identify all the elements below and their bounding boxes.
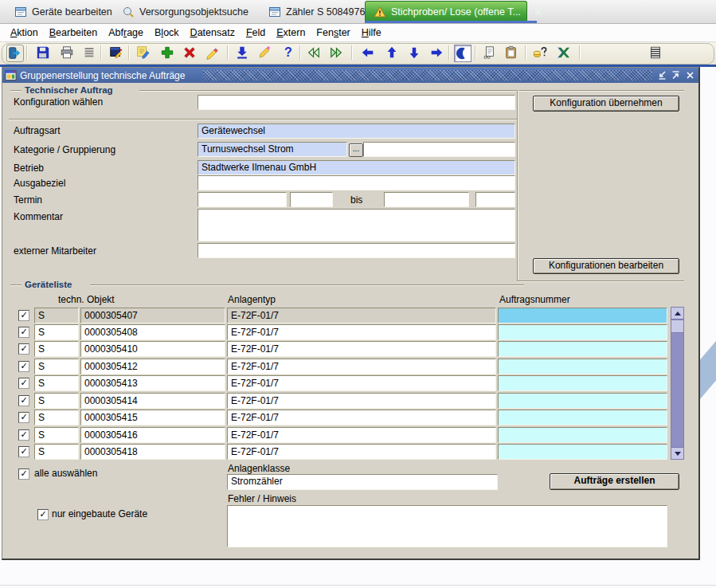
cell-objektnummer[interactable]: 0000305410 xyxy=(80,341,225,357)
input-betrieb[interactable]: Stadtwerke Ilmenau GmbH xyxy=(198,160,515,175)
previous-block-icon[interactable] xyxy=(306,45,322,61)
cell-objektnummer[interactable]: 0000305413 xyxy=(80,375,225,391)
cell-anlagentyp[interactable]: E-72F-01/7 xyxy=(227,324,496,340)
cell-anlagentyp[interactable]: E-72F-01/7 xyxy=(227,359,496,374)
copies-icon[interactable] xyxy=(481,45,497,61)
edit-icon[interactable] xyxy=(256,45,272,61)
cell-typ[interactable]: S xyxy=(34,444,79,460)
cell-auftragsnummer[interactable] xyxy=(498,444,667,460)
cell-anlagentyp[interactable]: E-72F-01/7 xyxy=(227,444,496,460)
cell-auftragsnummer[interactable] xyxy=(498,359,667,374)
input-ausgabeziel[interactable] xyxy=(198,175,515,190)
print-icon[interactable] xyxy=(59,45,75,61)
row-checkbox[interactable] xyxy=(18,343,29,355)
clipboard-icon[interactable] xyxy=(503,45,519,61)
cell-auftragsnummer[interactable] xyxy=(498,427,667,443)
cell-anlagentyp[interactable]: E-72F-01/7 xyxy=(227,427,496,443)
cell-objektnummer[interactable]: 0000305408 xyxy=(80,324,225,340)
menu-item-block[interactable]: Block xyxy=(149,25,185,40)
cell-typ[interactable]: S xyxy=(34,393,79,409)
scroll-up-button[interactable] xyxy=(671,307,684,319)
clear-record-icon[interactable] xyxy=(204,45,220,61)
sql-help-icon[interactable] xyxy=(532,45,548,61)
nur-eingebaute-checkbox[interactable] xyxy=(37,509,49,520)
minimize-icon[interactable] xyxy=(656,69,668,81)
crescent-icon[interactable] xyxy=(454,45,471,62)
cell-objektnummer[interactable]: 0000305416 xyxy=(80,427,225,443)
cell-typ[interactable]: S xyxy=(34,324,79,340)
arrow-right-icon[interactable] xyxy=(428,45,444,61)
input-anlagenklasse[interactable]: Stromzähler xyxy=(227,474,498,490)
input-termin-von-datum[interactable] xyxy=(198,192,287,207)
cell-anlagentyp[interactable]: E-72F-01/7 xyxy=(227,375,496,391)
cell-typ[interactable]: S xyxy=(34,410,79,425)
cell-anlagentyp[interactable]: E-72F-01/7 xyxy=(227,308,496,323)
maximize-icon[interactable] xyxy=(670,69,682,81)
delete-record-icon[interactable] xyxy=(182,45,198,61)
import-icon[interactable] xyxy=(234,45,250,61)
input-termin-bis-zeit[interactable] xyxy=(475,192,515,207)
input-gruppierung[interactable] xyxy=(363,142,515,157)
help-icon[interactable]: ? xyxy=(280,45,296,61)
menu-item-hilfe[interactable]: Hilfe xyxy=(356,25,387,40)
cell-auftragsnummer[interactable] xyxy=(498,324,667,340)
alle-auswaehlen-checkbox[interactable] xyxy=(18,468,29,480)
cell-anlagentyp[interactable]: E-72F-01/7 xyxy=(227,393,496,409)
cell-auftragsnummer[interactable] xyxy=(498,341,667,357)
input-kommentar[interactable] xyxy=(198,209,515,241)
menu-item-feld[interactable]: Feld xyxy=(241,25,271,40)
input-termin-von-zeit[interactable] xyxy=(290,192,333,207)
close-icon[interactable] xyxy=(684,69,696,81)
konfigurationen-bearbeiten-button[interactable]: Konfigurationen bearbeiten xyxy=(533,258,679,274)
next-block-icon[interactable] xyxy=(328,45,344,61)
excel-export-icon[interactable] xyxy=(555,45,571,61)
cell-anlagentyp[interactable]: E-72F-01/7 xyxy=(227,410,496,425)
menu-item-abfrage[interactable]: Abfrage xyxy=(103,25,149,40)
input-konfiguration-waehlen[interactable] xyxy=(198,95,515,110)
scrollbar-thumb[interactable] xyxy=(671,319,684,333)
tab-close-icon[interactable]: ✕ xyxy=(532,6,545,18)
cell-typ[interactable]: S xyxy=(34,359,79,374)
window-title-bar[interactable]: Gruppenerstellung technische Aufträge xyxy=(2,68,698,83)
cell-objektnummer[interactable]: 0000305414 xyxy=(80,393,225,409)
row-checkbox[interactable] xyxy=(18,446,29,457)
row-checkbox[interactable] xyxy=(18,412,29,423)
input-kategorie[interactable]: Turnuswechsel Strom xyxy=(198,142,347,157)
cell-auftragsnummer[interactable] xyxy=(498,410,667,425)
arrow-down-icon[interactable] xyxy=(406,45,422,61)
save-icon[interactable] xyxy=(35,45,51,61)
input-termin-bis-datum[interactable] xyxy=(384,192,469,207)
rows-icon[interactable] xyxy=(648,45,663,61)
menu-item-datensatz[interactable]: Datensatz xyxy=(185,25,241,40)
row-checkbox[interactable] xyxy=(18,395,29,406)
cell-objektnummer[interactable]: 0000305415 xyxy=(80,410,225,425)
input-fehler-hinweis[interactable] xyxy=(227,505,667,547)
konfiguration-uebernehmen-button[interactable]: Konfiguration übernehmen xyxy=(533,96,679,112)
insert-record-icon[interactable] xyxy=(159,45,175,61)
menu-item-aktion[interactable]: Aktion xyxy=(5,25,44,40)
cell-typ[interactable]: S xyxy=(34,308,79,323)
arrow-up-icon[interactable] xyxy=(384,45,400,61)
cell-auftragsnummer[interactable] xyxy=(498,393,667,409)
arrow-left-icon[interactable] xyxy=(360,45,376,61)
row-checkbox[interactable] xyxy=(18,310,29,321)
tab-geraete-bearbeiten[interactable]: Geräte bearbeiten xyxy=(6,2,120,22)
cell-typ[interactable]: S xyxy=(34,427,79,443)
list-icon[interactable] xyxy=(81,45,97,61)
cell-auftragsnummer[interactable] xyxy=(498,375,667,391)
input-auftragsart[interactable]: Gerätewechsel xyxy=(198,123,515,139)
row-checkbox[interactable] xyxy=(18,327,29,338)
row-checkbox[interactable] xyxy=(18,361,29,372)
cell-anlagentyp[interactable]: E-72F-01/7 xyxy=(227,341,496,357)
cell-objektnummer[interactable]: 0000305407 xyxy=(80,308,225,323)
cell-typ[interactable]: S xyxy=(34,375,79,391)
row-checkbox[interactable] xyxy=(18,378,29,389)
cell-objektnummer[interactable]: 0000305412 xyxy=(80,359,225,374)
tab-versorgungsobjektsuche[interactable]: Versorgungsobjektsuche xyxy=(114,2,256,22)
menu-item-bearbeiten[interactable]: Bearbeiten xyxy=(44,25,103,40)
scroll-down-button[interactable] xyxy=(671,447,684,460)
row-checkbox[interactable] xyxy=(18,429,29,441)
cell-objektnummer[interactable]: 0000305418 xyxy=(80,444,225,460)
menu-item-fenster[interactable]: Fenster xyxy=(311,25,355,40)
form-edit-icon[interactable] xyxy=(108,45,124,61)
